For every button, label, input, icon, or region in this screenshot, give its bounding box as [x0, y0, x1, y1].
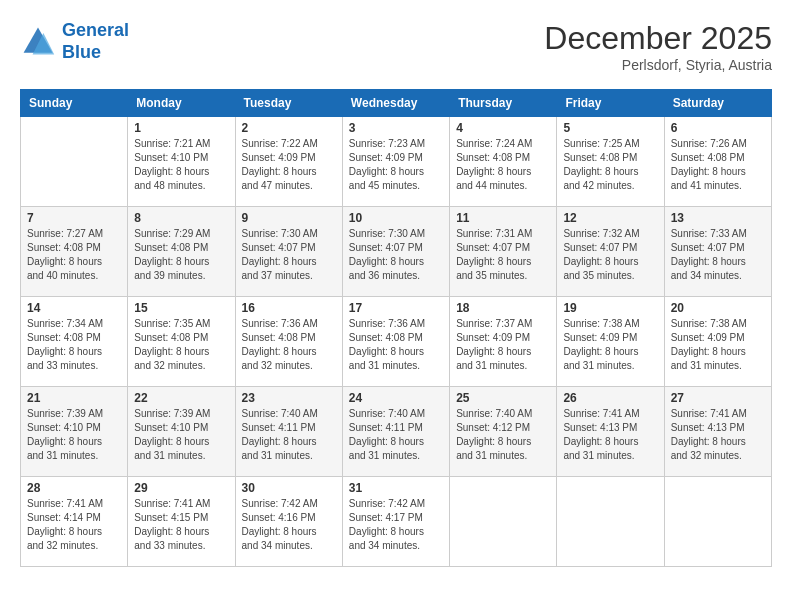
day-info: Sunrise: 7:40 AMSunset: 4:12 PMDaylight:… [456, 407, 550, 463]
calendar-cell [664, 477, 771, 567]
calendar-cell: 19Sunrise: 7:38 AMSunset: 4:09 PMDayligh… [557, 297, 664, 387]
day-info: Sunrise: 7:41 AMSunset: 4:15 PMDaylight:… [134, 497, 228, 553]
day-info: Sunrise: 7:29 AMSunset: 4:08 PMDaylight:… [134, 227, 228, 283]
weekday-header-tuesday: Tuesday [235, 90, 342, 117]
calendar-cell: 9Sunrise: 7:30 AMSunset: 4:07 PMDaylight… [235, 207, 342, 297]
calendar-week-row: 28Sunrise: 7:41 AMSunset: 4:14 PMDayligh… [21, 477, 772, 567]
calendar-cell: 15Sunrise: 7:35 AMSunset: 4:08 PMDayligh… [128, 297, 235, 387]
calendar-cell: 21Sunrise: 7:39 AMSunset: 4:10 PMDayligh… [21, 387, 128, 477]
day-number: 4 [456, 121, 550, 135]
calendar-cell: 22Sunrise: 7:39 AMSunset: 4:10 PMDayligh… [128, 387, 235, 477]
day-number: 21 [27, 391, 121, 405]
calendar-cell: 24Sunrise: 7:40 AMSunset: 4:11 PMDayligh… [342, 387, 449, 477]
calendar-cell: 18Sunrise: 7:37 AMSunset: 4:09 PMDayligh… [450, 297, 557, 387]
day-number: 29 [134, 481, 228, 495]
calendar-cell: 25Sunrise: 7:40 AMSunset: 4:12 PMDayligh… [450, 387, 557, 477]
day-number: 24 [349, 391, 443, 405]
day-number: 15 [134, 301, 228, 315]
calendar-cell: 26Sunrise: 7:41 AMSunset: 4:13 PMDayligh… [557, 387, 664, 477]
day-number: 14 [27, 301, 121, 315]
calendar-cell: 20Sunrise: 7:38 AMSunset: 4:09 PMDayligh… [664, 297, 771, 387]
day-info: Sunrise: 7:36 AMSunset: 4:08 PMDaylight:… [242, 317, 336, 373]
day-number: 18 [456, 301, 550, 315]
day-number: 25 [456, 391, 550, 405]
location: Perlsdorf, Styria, Austria [544, 57, 772, 73]
day-number: 11 [456, 211, 550, 225]
logo: General Blue [20, 20, 129, 63]
calendar-cell [450, 477, 557, 567]
day-info: Sunrise: 7:41 AMSunset: 4:13 PMDaylight:… [671, 407, 765, 463]
calendar-cell: 7Sunrise: 7:27 AMSunset: 4:08 PMDaylight… [21, 207, 128, 297]
day-number: 16 [242, 301, 336, 315]
weekday-header-sunday: Sunday [21, 90, 128, 117]
calendar-week-row: 21Sunrise: 7:39 AMSunset: 4:10 PMDayligh… [21, 387, 772, 477]
day-info: Sunrise: 7:32 AMSunset: 4:07 PMDaylight:… [563, 227, 657, 283]
day-info: Sunrise: 7:22 AMSunset: 4:09 PMDaylight:… [242, 137, 336, 193]
calendar-week-row: 7Sunrise: 7:27 AMSunset: 4:08 PMDaylight… [21, 207, 772, 297]
day-number: 22 [134, 391, 228, 405]
weekday-header-wednesday: Wednesday [342, 90, 449, 117]
day-info: Sunrise: 7:26 AMSunset: 4:08 PMDaylight:… [671, 137, 765, 193]
logo-line1: General [62, 20, 129, 40]
month-title: December 2025 [544, 20, 772, 57]
logo-icon [20, 24, 56, 60]
calendar-table: SundayMondayTuesdayWednesdayThursdayFrid… [20, 89, 772, 567]
calendar-cell [21, 117, 128, 207]
calendar-cell: 5Sunrise: 7:25 AMSunset: 4:08 PMDaylight… [557, 117, 664, 207]
day-number: 17 [349, 301, 443, 315]
calendar-cell: 1Sunrise: 7:21 AMSunset: 4:10 PMDaylight… [128, 117, 235, 207]
day-number: 13 [671, 211, 765, 225]
day-number: 9 [242, 211, 336, 225]
calendar-cell: 28Sunrise: 7:41 AMSunset: 4:14 PMDayligh… [21, 477, 128, 567]
calendar-cell: 11Sunrise: 7:31 AMSunset: 4:07 PMDayligh… [450, 207, 557, 297]
day-info: Sunrise: 7:41 AMSunset: 4:13 PMDaylight:… [563, 407, 657, 463]
day-info: Sunrise: 7:23 AMSunset: 4:09 PMDaylight:… [349, 137, 443, 193]
day-number: 3 [349, 121, 443, 135]
day-number: 6 [671, 121, 765, 135]
day-info: Sunrise: 7:21 AMSunset: 4:10 PMDaylight:… [134, 137, 228, 193]
calendar-body: 1Sunrise: 7:21 AMSunset: 4:10 PMDaylight… [21, 117, 772, 567]
calendar-cell: 2Sunrise: 7:22 AMSunset: 4:09 PMDaylight… [235, 117, 342, 207]
day-number: 20 [671, 301, 765, 315]
day-number: 10 [349, 211, 443, 225]
day-info: Sunrise: 7:39 AMSunset: 4:10 PMDaylight:… [27, 407, 121, 463]
calendar-cell: 16Sunrise: 7:36 AMSunset: 4:08 PMDayligh… [235, 297, 342, 387]
page-header: General Blue December 2025 Perlsdorf, St… [20, 20, 772, 73]
day-number: 7 [27, 211, 121, 225]
calendar-cell: 23Sunrise: 7:40 AMSunset: 4:11 PMDayligh… [235, 387, 342, 477]
day-number: 31 [349, 481, 443, 495]
day-number: 19 [563, 301, 657, 315]
day-info: Sunrise: 7:33 AMSunset: 4:07 PMDaylight:… [671, 227, 765, 283]
day-info: Sunrise: 7:39 AMSunset: 4:10 PMDaylight:… [134, 407, 228, 463]
day-number: 12 [563, 211, 657, 225]
day-info: Sunrise: 7:30 AMSunset: 4:07 PMDaylight:… [349, 227, 443, 283]
day-info: Sunrise: 7:25 AMSunset: 4:08 PMDaylight:… [563, 137, 657, 193]
day-number: 1 [134, 121, 228, 135]
calendar-cell: 3Sunrise: 7:23 AMSunset: 4:09 PMDaylight… [342, 117, 449, 207]
day-info: Sunrise: 7:42 AMSunset: 4:16 PMDaylight:… [242, 497, 336, 553]
calendar-cell: 31Sunrise: 7:42 AMSunset: 4:17 PMDayligh… [342, 477, 449, 567]
day-number: 5 [563, 121, 657, 135]
calendar-cell: 14Sunrise: 7:34 AMSunset: 4:08 PMDayligh… [21, 297, 128, 387]
day-number: 30 [242, 481, 336, 495]
title-block: December 2025 Perlsdorf, Styria, Austria [544, 20, 772, 73]
calendar-cell: 13Sunrise: 7:33 AMSunset: 4:07 PMDayligh… [664, 207, 771, 297]
calendar-week-row: 1Sunrise: 7:21 AMSunset: 4:10 PMDaylight… [21, 117, 772, 207]
day-info: Sunrise: 7:30 AMSunset: 4:07 PMDaylight:… [242, 227, 336, 283]
day-number: 2 [242, 121, 336, 135]
day-info: Sunrise: 7:41 AMSunset: 4:14 PMDaylight:… [27, 497, 121, 553]
calendar-cell: 30Sunrise: 7:42 AMSunset: 4:16 PMDayligh… [235, 477, 342, 567]
day-info: Sunrise: 7:38 AMSunset: 4:09 PMDaylight:… [671, 317, 765, 373]
day-number: 28 [27, 481, 121, 495]
calendar-cell: 8Sunrise: 7:29 AMSunset: 4:08 PMDaylight… [128, 207, 235, 297]
weekday-header-friday: Friday [557, 90, 664, 117]
day-info: Sunrise: 7:40 AMSunset: 4:11 PMDaylight:… [242, 407, 336, 463]
calendar-header: SundayMondayTuesdayWednesdayThursdayFrid… [21, 90, 772, 117]
weekday-header-thursday: Thursday [450, 90, 557, 117]
day-info: Sunrise: 7:27 AMSunset: 4:08 PMDaylight:… [27, 227, 121, 283]
logo-text: General Blue [62, 20, 129, 63]
day-info: Sunrise: 7:35 AMSunset: 4:08 PMDaylight:… [134, 317, 228, 373]
day-number: 23 [242, 391, 336, 405]
weekday-header-row: SundayMondayTuesdayWednesdayThursdayFrid… [21, 90, 772, 117]
logo-line2: Blue [62, 42, 101, 62]
